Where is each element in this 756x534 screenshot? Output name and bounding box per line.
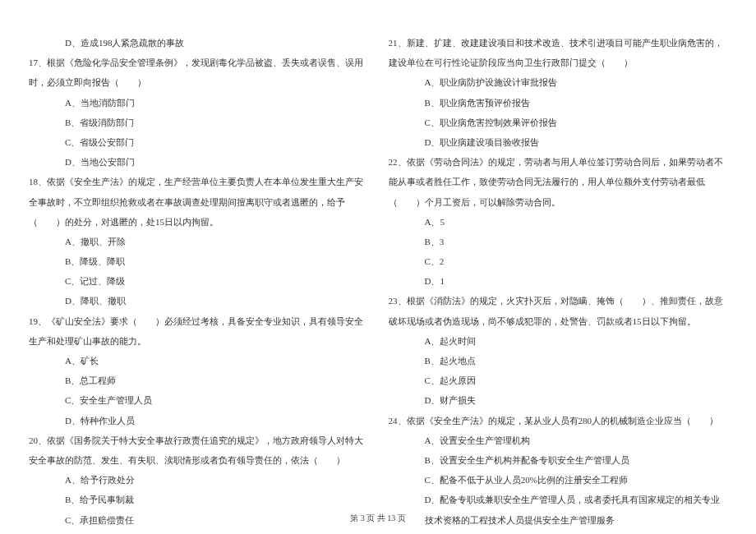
q23-option-d: D、财产损失: [389, 390, 728, 410]
q22-stem: 22、依据《劳动合同法》的规定，劳动者与用人单位签订劳动合同后，如果劳动者不能从…: [389, 152, 728, 212]
q19-option-a: A、矿长: [29, 351, 368, 371]
page-content: D、造成198人紧急疏散的事故 17、根据《危险化学品安全管理条例》，发现剧毒化…: [0, 0, 756, 501]
q16-option-d: D、造成198人紧急疏散的事故: [29, 33, 368, 53]
q24-option-a: A、设置安全生产管理机构: [389, 430, 728, 450]
q22-option-a: A、5: [389, 212, 728, 232]
q19-option-d: D、特种作业人员: [29, 411, 368, 430]
left-column: D、造成198人紧急疏散的事故 17、根据《危险化学品安全管理条例》，发现剧毒化…: [29, 33, 368, 476]
q21-option-a: A、职业病防护设施设计审批报告: [389, 72, 728, 92]
q20-option-d: D、追究经济责任: [29, 530, 368, 534]
q20-stem: 20、依据《国务院关于特大安全事故行政责任追究的规定》，地方政府领导人对特大安全…: [29, 430, 368, 470]
q18-stem: 18、依据《安全生产法》的规定，生产经营单位主要负责人在本单位发生重大生产安全事…: [29, 172, 368, 232]
q25-stem: 25、依据《注册安全工程师管理规定》，注册安全工程师在每个注册期内参加继续教育的…: [389, 530, 728, 534]
q21-option-b: B、职业病危害预评价报告: [389, 93, 728, 113]
page-footer: 第 3 页 共 13 页: [0, 513, 756, 524]
q19-stem: 19、《矿山安全法》要求（ ）必须经过考核，具备安全专业知识，具有领导安全生产和…: [29, 311, 368, 351]
q20-option-a: A、给予行政处分: [29, 470, 368, 490]
q19-option-b: B、总工程师: [29, 371, 368, 390]
right-column: 21、新建、扩建、改建建设项目和技术改造、技术引进项目可能产生职业病危害的，建设…: [389, 33, 728, 476]
q24-stem: 24、依据《安全生产法》的规定，某从业人员有280人的机械制造企业应当（ ）: [389, 411, 728, 430]
q17-option-a: A、当地消防部门: [29, 93, 368, 113]
q22-option-b: B、3: [389, 232, 728, 251]
q21-option-d: D、职业病建设项目验收报告: [389, 132, 728, 152]
q17-stem: 17、根据《危险化学品安全管理条例》，发现剧毒化学品被盗、丢失或者误售、误用时，…: [29, 53, 368, 92]
q18-option-b: B、降级、降职: [29, 251, 368, 271]
q17-option-c: C、省级公安部门: [29, 132, 368, 152]
q21-option-c: C、职业病危害控制效果评价报告: [389, 113, 728, 132]
q23-stem: 23、根据《消防法》的规定，火灾扑灭后，对隐瞒、掩饰（ ）、推卸责任，故意破坏现…: [389, 291, 728, 330]
q22-option-d: D、1: [389, 271, 728, 291]
q18-option-a: A、撤职、开除: [29, 232, 368, 251]
q23-option-b: B、起火地点: [389, 351, 728, 371]
q22-option-c: C、2: [389, 251, 728, 271]
q21-stem: 21、新建、扩建、改建建设项目和技术改造、技术引进项目可能产生职业病危害的，建设…: [389, 33, 728, 72]
q23-option-c: C、起火原因: [389, 371, 728, 390]
q17-option-d: D、当地公安部门: [29, 152, 368, 172]
q23-option-a: A、起火时间: [389, 331, 728, 351]
q18-option-d: D、降职、撤职: [29, 291, 368, 311]
q20-option-b: B、给予民事制裁: [29, 490, 368, 509]
q19-option-c: C、安全生产管理人员: [29, 390, 368, 410]
q24-option-b: B、设置安全生产机构并配备专职安全生产管理人员: [389, 450, 728, 470]
q18-option-c: C、记过、降级: [29, 271, 368, 291]
q24-option-c: C、配备不低于从业人员20%比例的注册安全工程师: [389, 470, 728, 490]
q17-option-b: B、省级消防部门: [29, 113, 368, 132]
